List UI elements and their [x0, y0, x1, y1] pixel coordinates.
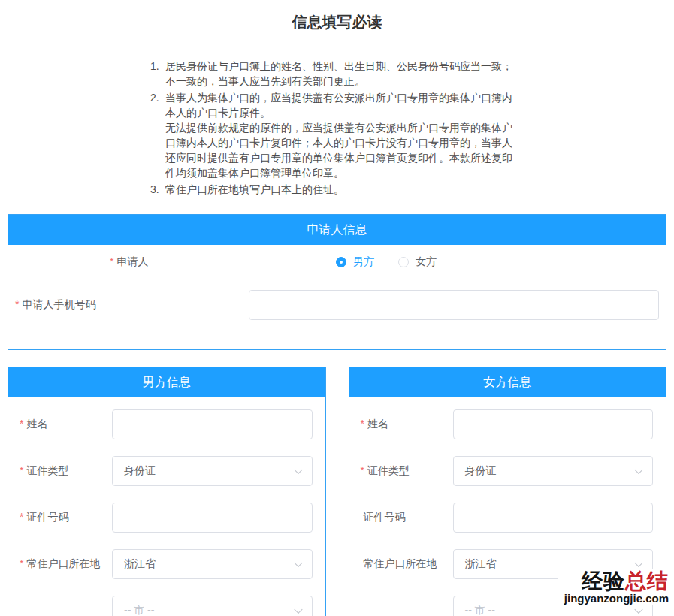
- male-name-row: *姓名: [20, 409, 313, 439]
- female-residence-label: 常住户口所在地: [361, 557, 453, 571]
- female-name-row: *姓名: [361, 409, 654, 439]
- applicant-info-section: 申请人信息 *申请人 男方 女方 *申请人手机号码: [8, 214, 666, 350]
- male-cert-type-label: *证件类型: [20, 464, 112, 478]
- applicant-label: *申请人: [110, 255, 336, 269]
- notice-item-text: 常住户口所在地填写户口本上的住址。: [165, 182, 514, 197]
- male-cert-type-row: *证件类型 身份证: [20, 456, 313, 486]
- notice-item-number: 3.: [150, 182, 165, 197]
- radio-male-label[interactable]: 男方: [353, 255, 374, 269]
- male-cert-type-value: 身份证: [124, 464, 156, 478]
- watermark-text-black: 经验: [582, 569, 625, 593]
- radio-dot: [340, 261, 343, 264]
- notice-item-text: 无法提供前款规定的原件的，应当提供盖有公安派出所户口专用章的集体户口簿内本人的户…: [165, 120, 514, 180]
- radio-female-label[interactable]: 女方: [416, 255, 437, 269]
- phone-row: *申请人手机号码: [8, 290, 666, 320]
- female-cert-no-label: 证件号码: [361, 511, 453, 524]
- notice-item-number: 2.: [150, 90, 165, 180]
- female-section-header: 女方信息: [349, 367, 666, 397]
- male-city-select[interactable]: -- 市 --: [112, 596, 313, 616]
- male-cert-type-select[interactable]: 身份证: [112, 456, 313, 486]
- radio-option-male[interactable]: 男方: [336, 255, 374, 269]
- male-residence-label: *常住户口所在地: [20, 557, 112, 571]
- male-city-placeholder: -- 市 --: [124, 604, 154, 616]
- male-info-section: 男方信息 *姓名 *证件类型 身份证 *证件号码: [8, 367, 326, 616]
- required-mark: *: [20, 557, 23, 569]
- male-city-row: -- 市 --: [20, 596, 313, 616]
- chevron-down-icon: [294, 605, 302, 614]
- female-cert-no-row: 证件号码: [361, 503, 654, 533]
- chevron-down-icon: [294, 466, 302, 474]
- female-name-input[interactable]: [453, 409, 654, 439]
- required-mark: *: [15, 298, 19, 310]
- male-cert-no-label: *证件号码: [20, 511, 112, 524]
- required-mark: *: [20, 464, 23, 476]
- chevron-down-icon: [634, 605, 642, 614]
- notice-item-text: 当事人为集体户口的，应当提供盖有公安派出所户口专用章的集体户口簿内本人的户口卡片…: [165, 90, 514, 120]
- male-province-select[interactable]: 浙江省: [112, 549, 313, 579]
- chevron-down-icon: [634, 559, 642, 567]
- radio-male-selected-icon[interactable]: [336, 257, 346, 267]
- chevron-down-icon: [634, 466, 642, 474]
- female-cert-type-label: *证件类型: [361, 464, 453, 478]
- female-cert-type-value: 身份证: [465, 464, 497, 478]
- notice-item-2: 2. 当事人为集体户口的，应当提供盖有公安派出所户口专用章的集体户口簿内本人的户…: [150, 90, 514, 180]
- notice-item-1: 1. 居民身份证与户口簿上的姓名、性别、出生日期、公民身份号码应当一致；不一致的…: [150, 59, 514, 89]
- male-name-input[interactable]: [112, 409, 313, 439]
- phone-input[interactable]: [249, 290, 659, 320]
- watermark-site: jingyanzongjie.com: [564, 593, 669, 604]
- male-province-value: 浙江省: [124, 557, 156, 571]
- male-cert-no-row: *证件号码: [20, 503, 313, 533]
- female-name-label: *姓名: [361, 418, 453, 431]
- chevron-down-icon: [294, 559, 302, 567]
- required-mark: *: [361, 464, 364, 476]
- applicant-row: *申请人 男方 女方: [8, 252, 666, 273]
- phone-label: *申请人手机号码: [15, 298, 249, 312]
- female-city-placeholder: -- 市 --: [465, 604, 495, 616]
- page-title: 信息填写必读: [0, 0, 674, 32]
- female-province-value: 浙江省: [465, 557, 497, 571]
- watermark-text-red: 总结: [625, 569, 669, 593]
- female-cert-no-input[interactable]: [453, 503, 654, 533]
- male-cert-no-input[interactable]: [112, 503, 313, 533]
- male-section-header: 男方信息: [8, 367, 325, 397]
- female-cert-type-select[interactable]: 身份证: [453, 456, 654, 486]
- notice-item-3: 3. 常住户口所在地填写户口本上的住址。: [150, 182, 514, 197]
- male-residence-row: *常住户口所在地 浙江省: [20, 549, 313, 579]
- required-mark: *: [20, 418, 23, 430]
- male-name-label: *姓名: [20, 418, 112, 431]
- notice-item-text: 居民身份证与户口簿上的姓名、性别、出生日期、公民身份号码应当一致；不一致的，当事…: [165, 59, 514, 89]
- notice-item-number: 1.: [150, 59, 165, 89]
- notice-list: 1. 居民身份证与户口簿上的姓名、性别、出生日期、公民身份号码应当一致；不一致的…: [150, 59, 514, 197]
- required-mark: *: [20, 511, 23, 523]
- radio-female-unselected-icon[interactable]: [398, 257, 409, 267]
- required-mark: *: [110, 255, 113, 267]
- female-cert-type-row: *证件类型 身份证: [361, 456, 654, 486]
- watermark: 经验总结 jingyanzongjie.com: [558, 569, 672, 605]
- applicant-radio-group: 男方 女方: [336, 255, 437, 269]
- required-mark: *: [361, 418, 364, 430]
- applicant-section-header: 申请人信息: [8, 215, 666, 245]
- radio-option-female[interactable]: 女方: [398, 255, 437, 269]
